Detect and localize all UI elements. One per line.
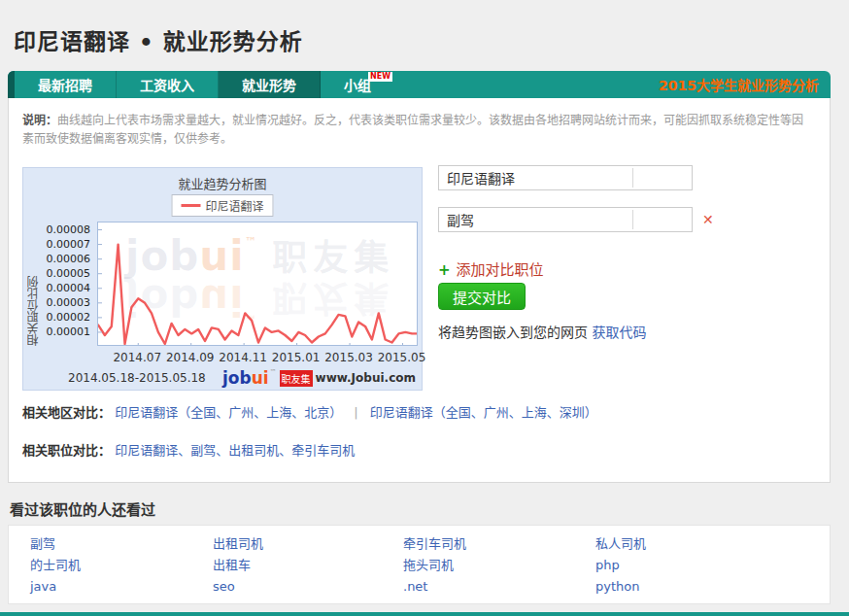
also-viewed-link[interactable]: 牵引车司机	[403, 535, 595, 552]
compare-job-input-1[interactable]	[438, 165, 693, 190]
trend-line-svg	[98, 222, 418, 346]
related-jobs-link[interactable]: 印尼语翻译、副驾、出租司机、牵引车司机	[115, 443, 355, 458]
related-region-link-2[interactable]: 印尼语翻译（全国、广州、上海、深圳）	[370, 405, 597, 420]
logo-url: www.Jobui.com	[316, 371, 416, 385]
y-tick-label: 0.00006	[47, 253, 91, 265]
notice-label: 说明：	[22, 114, 57, 127]
new-badge: NEW	[368, 72, 392, 82]
x-tick-label: 2015.05	[378, 351, 426, 364]
also-viewed-link[interactable]: 出租司机	[213, 535, 403, 552]
y-tick-label: 0.00003	[47, 296, 91, 309]
y-tick-label: 0.00001	[47, 325, 91, 338]
legend-label: 印尼语翻译	[205, 197, 263, 214]
promo-link-2015-graduates[interactable]: 2015大学生就业形势分析	[659, 71, 831, 98]
related-jobs-label: 相关职位对比：	[22, 443, 111, 458]
page-title: 印尼语翻译 • 就业形势分析	[14, 23, 303, 56]
add-compare-label: 添加对比职位	[457, 261, 544, 279]
separator: |	[346, 405, 365, 420]
logo-ui: ui	[252, 368, 269, 388]
tab-salary[interactable]: 工资收入	[117, 71, 219, 98]
x-tick-label: 2014.09	[166, 351, 215, 364]
logo-zh-badge: 职友集	[280, 370, 313, 387]
also-viewed-link[interactable]: 私人司机	[595, 535, 830, 552]
get-embed-code-link[interactable]: 获取代码	[592, 325, 646, 340]
compare-input-row-1	[438, 165, 693, 190]
page-root: 印尼语翻译 • 就业形势分析 最新招聘 工资收入 就业形势 小组 NEW 201…	[0, 0, 849, 616]
also-viewed-link[interactable]: seo	[213, 578, 403, 595]
tab-label: 就业形势	[242, 75, 296, 94]
embed-text: 将趋势图嵌入到您的网页	[438, 325, 592, 340]
content-panel: 说明：曲线越向上代表市场需求量越大，就业情况越好。反之，代表该类职位需求量较少。…	[8, 98, 831, 483]
tab-employment-trend[interactable]: 就业形势	[219, 71, 321, 98]
notice-text: 说明：曲线越向上代表市场需求量越大，就业情况越好。反之，代表该类职位需求量较少。…	[22, 112, 815, 149]
date-range-label: 2014.05.18-2015.05.18	[68, 371, 206, 385]
also-viewed-title: 看过该职位的人还看过	[10, 498, 155, 519]
x-tick-label: 2014.07	[113, 351, 161, 364]
embed-row: 将趋势图嵌入到您的网页 获取代码	[438, 322, 646, 341]
remove-input-icon[interactable]: ✕	[702, 212, 714, 227]
x-tick-label: 2014.11	[219, 351, 267, 364]
x-tick-label: 2015.03	[324, 351, 373, 364]
tab-label: 工资收入	[140, 75, 194, 94]
also-viewed-link[interactable]: .net	[403, 578, 595, 595]
y-tick-label: 0.00005	[47, 267, 91, 280]
tab-group[interactable]: 小组 NEW	[321, 71, 394, 98]
compare-job-input-2[interactable]	[438, 207, 693, 232]
also-viewed-link[interactable]: java	[30, 578, 213, 595]
logo-job: job	[222, 368, 252, 388]
chart-title: 就业趋势分析图	[23, 174, 422, 192]
tab-latest-jobs[interactable]: 最新招聘	[15, 71, 117, 98]
main-navbar: 最新招聘 工资收入 就业形势 小组 NEW 2015大学生就业形势分析	[8, 71, 831, 98]
y-tick-label: 0.00002	[47, 311, 91, 324]
trend-polyline	[98, 245, 418, 344]
chart-legend: 印尼语翻译	[171, 194, 273, 217]
also-viewed-link[interactable]: 副驾	[30, 535, 213, 552]
logo-tm: ™	[270, 368, 277, 376]
also-viewed-link[interactable]: 的士司机	[30, 557, 213, 573]
y-tick-label: 0.00007	[47, 238, 91, 251]
related-regions-row: 相关地区对比： 印尼语翻译（全国、广州、上海、北京） | 印尼语翻译（全国、广州…	[22, 402, 597, 421]
related-jobs-row: 相关职位对比： 印尼语翻译、副驾、出租司机、牵引车司机	[22, 440, 355, 459]
notice-body: 曲线越向上代表市场需求量越大，就业情况越好。反之，代表该类职位需求量较少。该数据…	[22, 114, 803, 146]
also-viewed-grid: 副驾出租司机牵引车司机私人司机的士司机出租车拖头司机phpjavaseo.net…	[30, 535, 830, 595]
also-viewed-link[interactable]: php	[595, 557, 830, 573]
tab-label: 最新招聘	[38, 75, 92, 94]
compare-input-row-2: ✕	[438, 207, 714, 232]
also-viewed-link[interactable]: 出租车	[213, 557, 403, 573]
tab-label: 小组	[344, 75, 371, 94]
trend-chart: 就业趋势分析图 印尼语翻译 相关职位比例 0.000080.000070.000…	[22, 167, 423, 391]
y-tick-label: 0.00004	[47, 282, 91, 294]
also-viewed-box: 副驾出租司机牵引车司机私人司机的士司机出租车拖头司机phpjavaseo.net…	[8, 525, 831, 604]
plot-area: jobui™ 职友集 jobui™ 职友集	[97, 222, 418, 346]
related-region-link-1[interactable]: 印尼语翻译（全国、广州、上海、北京）	[115, 405, 342, 420]
related-regions-label: 相关地区对比：	[22, 405, 111, 420]
footer-accent-bar	[0, 612, 849, 616]
add-compare-job-link[interactable]: +添加对比职位	[438, 258, 544, 279]
navbar-left-cap	[8, 71, 15, 98]
chart-footer: 2014.05.18-2015.05.18 jobui™ 职友集 www.Job…	[23, 368, 422, 388]
y-tick-label: 0.00008	[47, 223, 91, 236]
x-axis-labels: 2014.072014.092014.112015.012015.032015.…	[97, 351, 418, 364]
jobui-logo: jobui™ 职友集 www.Jobui.com	[222, 368, 416, 388]
also-viewed-link[interactable]: python	[595, 578, 830, 595]
submit-compare-button[interactable]: 提交对比	[438, 283, 526, 310]
legend-line-swatch	[181, 204, 200, 207]
plus-icon: +	[438, 261, 451, 279]
y-axis-labels: 0.000080.000070.000060.000050.000040.000…	[39, 222, 93, 346]
x-tick-label: 2015.01	[272, 351, 321, 364]
also-viewed-link[interactable]: 拖头司机	[403, 557, 595, 573]
